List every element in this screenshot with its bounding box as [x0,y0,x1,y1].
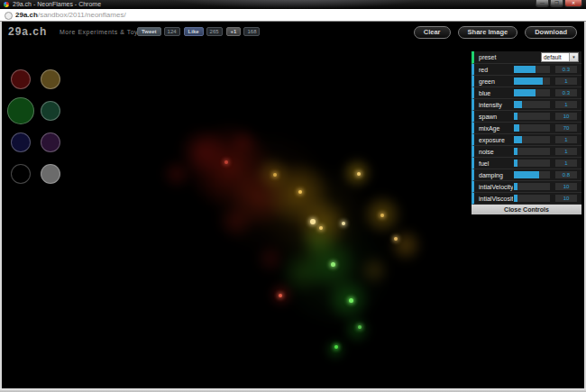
flame-spark [357,172,361,176]
gui-slider-row: intialVelocity 10 [472,181,581,193]
slider-track[interactable] [514,136,550,143]
slider-value[interactable]: 10 [555,183,577,190]
swatch-cell [35,158,65,189]
social-count-badge: 124 [164,27,180,36]
slider-fill [514,66,536,73]
slider-track[interactable] [514,89,550,96]
gui-slider-row: blue 0.3 [472,87,581,99]
slider-label: intialVelocity [479,181,513,193]
slider-track[interactable] [514,124,550,132]
flame-spark [394,237,398,241]
slider-track[interactable] [514,77,550,85]
url-path: /sandbox/2011/neonflames/ [38,11,126,19]
action-button[interactable]: Clear [414,26,451,39]
slider-fill [514,89,536,96]
color-swatch[interactable] [41,164,60,184]
swatch-cell [35,63,65,95]
social-count-badge: 265 [206,27,223,36]
slider-value[interactable]: 1 [555,136,577,143]
swatch-cell [35,95,65,126]
color-swatch[interactable] [41,101,60,121]
flame-spark [279,294,282,297]
flame-spark [331,262,335,267]
chevron-down-icon[interactable]: ▼ [569,53,578,61]
slider-track[interactable] [514,183,550,190]
slider-track[interactable] [514,148,550,155]
slider-value[interactable]: 0.3 [555,89,577,96]
slider-track[interactable] [514,101,550,108]
slider-value[interactable]: 0.3 [555,66,577,73]
url-text[interactable]: 29a.ch/sandbox/2011/neonflames/ [15,11,126,19]
color-swatch[interactable] [11,164,31,184]
slider-fill [514,148,517,155]
slider-label: intialViscosity [479,193,513,205]
swatch-cell [5,63,35,95]
site-logo[interactable]: 29a.ch [8,25,47,38]
slider-fill [514,77,543,85]
close-controls-button[interactable]: Close Controls [472,205,581,214]
action-button[interactable]: Share Image [458,26,518,39]
social-count-badge: 168 [243,27,260,36]
slider-value[interactable]: 0.8 [555,171,577,178]
slider-track[interactable] [514,195,550,202]
slider-label: intensity [479,99,513,111]
swatch-cell [35,126,65,158]
site-tagline: More Experiments & Toys [60,29,142,35]
social-button[interactable]: +1 168 [226,27,261,36]
page-icon [5,12,13,20]
app-header: 29a.ch More Experiments & Toys Tweet 124… [0,22,586,45]
maximize-button[interactable]: ❐ [550,0,563,7]
slider-value[interactable]: 1 [555,101,577,108]
flame-spark [310,219,316,224]
color-swatch[interactable] [7,97,34,124]
slider-track[interactable] [514,113,550,120]
slider-value[interactable]: 70 [555,124,577,132]
color-swatch[interactable] [41,69,60,89]
slider-value[interactable]: 1 [555,77,577,85]
slider-label: noise [479,146,513,158]
preset-value: default [544,53,562,61]
action-buttons: ClearShare ImageDownload [414,26,577,39]
preset-select[interactable]: default ▼ [541,52,579,62]
slider-value[interactable]: 10 [555,113,577,120]
flame-spark [334,345,338,349]
gui-slider-row: green 1 [472,76,581,87]
browser-window: 29a.ch - NeonFlames - Chrome — ❐ ✕ 29a.c… [0,0,586,392]
flame-spark [224,160,228,164]
slider-value[interactable]: 1 [555,160,577,167]
close-button[interactable]: ✕ [564,0,582,7]
slider-value[interactable]: 10 [555,195,577,202]
social-button-label[interactable]: +1 [226,27,242,36]
minimize-button[interactable]: — [536,0,549,7]
slider-label: exposure [479,134,513,146]
slider-fill [514,183,517,190]
slider-track[interactable] [514,66,550,73]
gui-slider-row: fuel 1 [472,158,581,169]
swatch-cell [5,126,35,158]
slider-track[interactable] [514,171,550,178]
url-bar[interactable]: 29a.ch/sandbox/2011/neonflames/ [0,9,586,22]
social-button-label[interactable]: Tweet [137,27,161,36]
color-swatch[interactable] [41,132,60,152]
slider-fill [514,101,522,108]
social-button-label[interactable]: Like [184,27,204,36]
slider-track[interactable] [514,160,550,167]
color-swatch[interactable] [11,132,31,152]
slider-fill [514,124,519,132]
slider-fill [514,113,517,120]
slider-label: fuel [479,158,513,169]
gui-slider-row: intialViscosity 10 [472,193,581,205]
gui-slider-row: noise 1 [472,146,581,158]
window-border-bottom [0,388,586,392]
action-button[interactable]: Download [525,26,577,39]
gui-slider-row: mixAge 70 [472,123,581,134]
slider-value[interactable]: 1 [555,148,577,155]
gui-slider-row: damping 0.8 [472,169,581,181]
flame-spark [298,190,302,194]
social-button[interactable]: Tweet 124 [137,27,180,36]
color-swatch[interactable] [11,69,31,89]
social-button[interactable]: Like 265 [184,27,223,36]
controls-panel: preset default ▼ red 0.3 green 1 blue [472,51,581,214]
url-domain: 29a.ch [15,11,38,19]
preset-label: preset [479,51,513,63]
